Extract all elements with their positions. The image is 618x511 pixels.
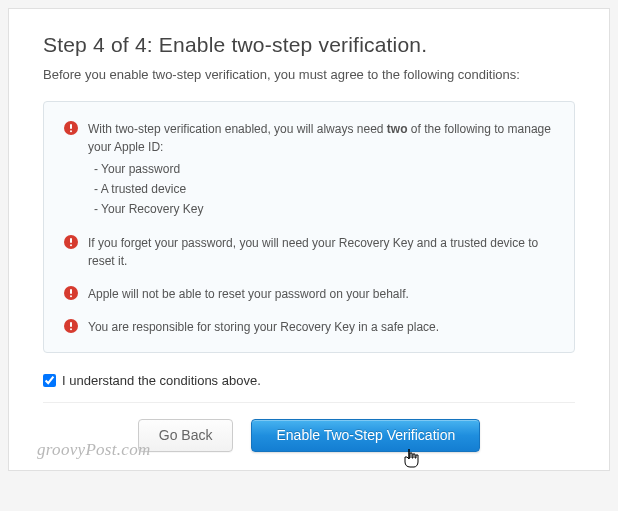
agree-row[interactable]: I understand the conditions above. bbox=[43, 371, 575, 403]
condition-item: With two-step verification enabled, you … bbox=[64, 120, 554, 220]
go-back-button[interactable]: Go Back bbox=[138, 419, 234, 452]
svg-rect-8 bbox=[70, 295, 72, 297]
sublist-item: - Your Recovery Key bbox=[94, 199, 554, 219]
alert-icon bbox=[64, 286, 78, 300]
condition-item: If you forget your password, you will ne… bbox=[64, 234, 554, 271]
page-title: Step 4 of 4: Enable two-step verificatio… bbox=[43, 33, 575, 57]
condition-text: Apple will not be able to reset your pas… bbox=[88, 285, 554, 304]
conditions-panel: With two-step verification enabled, you … bbox=[43, 101, 575, 354]
condition-sublist: - Your password - A trusted device - You… bbox=[94, 159, 554, 220]
agree-label: I understand the conditions above. bbox=[62, 373, 261, 388]
alert-icon bbox=[64, 319, 78, 333]
condition-text-lead: With two-step verification enabled, you … bbox=[88, 122, 387, 136]
svg-rect-10 bbox=[70, 322, 72, 327]
sublist-item: - A trusted device bbox=[94, 179, 554, 199]
condition-text: You are responsible for storing your Rec… bbox=[88, 318, 554, 337]
condition-text: If you forget your password, you will ne… bbox=[88, 234, 554, 271]
svg-rect-5 bbox=[70, 244, 72, 246]
condition-item: You are responsible for storing your Rec… bbox=[64, 318, 554, 337]
alert-icon bbox=[64, 121, 78, 135]
enable-two-step-button[interactable]: Enable Two-Step Verification bbox=[251, 419, 480, 452]
intro-text: Before you enable two-step verification,… bbox=[43, 65, 575, 85]
sublist-item: - Your password bbox=[94, 159, 554, 179]
agree-checkbox[interactable] bbox=[43, 374, 56, 387]
svg-rect-11 bbox=[70, 328, 72, 330]
svg-rect-4 bbox=[70, 238, 72, 243]
button-row: Go Back Enable Two-Step Verification bbox=[43, 419, 575, 452]
condition-body: With two-step verification enabled, you … bbox=[88, 120, 554, 220]
condition-text-bold: two bbox=[387, 122, 408, 136]
condition-item: Apple will not be able to reset your pas… bbox=[64, 285, 554, 304]
step-card: Step 4 of 4: Enable two-step verificatio… bbox=[8, 8, 610, 471]
svg-rect-2 bbox=[70, 130, 72, 132]
svg-rect-7 bbox=[70, 289, 72, 294]
svg-rect-1 bbox=[70, 124, 72, 129]
alert-icon bbox=[64, 235, 78, 249]
